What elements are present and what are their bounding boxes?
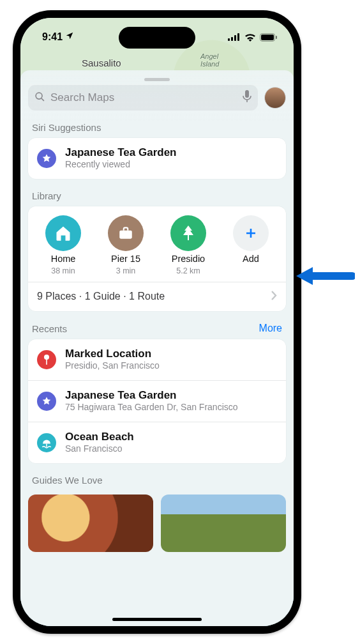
search-placeholder: Search Maps xyxy=(50,91,237,104)
library-summary-text: 9 Places · 1 Guide · 1 Route xyxy=(37,291,165,302)
home-indicator[interactable] xyxy=(112,618,202,621)
library-item-home[interactable]: Home 38 min xyxy=(36,215,91,275)
recent-title: Marked Location xyxy=(65,348,277,360)
recents-card: Marked Location Presidio, San Francisco … xyxy=(28,339,286,463)
svg-rect-15 xyxy=(46,359,47,365)
suggestion-subtitle: Recently viewed xyxy=(65,159,277,171)
briefcase-icon xyxy=(108,215,144,251)
suggestion-title: Japanese Tea Garden xyxy=(65,146,277,159)
library-item-add[interactable]: Add xyxy=(223,215,278,275)
siri-suggestion-item[interactable]: Japanese Tea Garden Recently viewed xyxy=(28,138,286,179)
microphone-icon[interactable] xyxy=(243,90,251,105)
battery-icon xyxy=(260,33,277,42)
library-label: Presidio xyxy=(172,254,205,264)
plus-icon xyxy=(233,215,269,251)
recent-item-ocean-beach[interactable]: Ocean Beach San Francisco xyxy=(28,422,286,463)
recent-subtitle: Presidio, San Francisco xyxy=(65,360,277,372)
svg-point-14 xyxy=(44,355,49,360)
svg-rect-9 xyxy=(245,90,249,98)
svg-rect-11 xyxy=(119,231,132,239)
home-icon xyxy=(45,215,81,251)
siri-suggestions-card: Japanese Tea Garden Recently viewed xyxy=(28,138,286,179)
svg-rect-5 xyxy=(261,34,274,40)
wifi-icon xyxy=(244,33,256,42)
recent-item-marked-location[interactable]: Marked Location Presidio, San Francisco xyxy=(28,339,286,380)
tree-icon xyxy=(170,215,206,251)
dynamic-island xyxy=(119,27,195,49)
search-icon xyxy=(34,91,45,105)
profile-avatar[interactable] xyxy=(264,87,286,109)
star-badge-icon xyxy=(37,149,56,168)
location-arrow-icon xyxy=(65,31,74,43)
guides-row xyxy=(28,491,286,552)
library-summary-row[interactable]: 9 Places · 1 Guide · 1 Route xyxy=(28,282,286,311)
cell-signal-icon xyxy=(228,33,241,41)
recent-item-japanese-tea-garden[interactable]: Japanese Tea Garden 75 Hagiwara Tea Gard… xyxy=(28,380,286,422)
screen: Sausalito Angel Island 9:41 xyxy=(20,18,294,626)
library-item-presidio[interactable]: Presidio 5.2 km xyxy=(161,215,216,275)
svg-rect-6 xyxy=(276,36,277,39)
guide-thumbnail[interactable] xyxy=(28,494,153,552)
svg-rect-3 xyxy=(237,33,239,41)
svg-rect-0 xyxy=(228,38,230,41)
recent-title: Ocean Beach xyxy=(65,431,277,443)
map-label-angel-island: Angel Island xyxy=(200,53,219,68)
siri-suggestions-header: Siri Suggestions xyxy=(32,122,101,133)
library-label: Pier 15 xyxy=(111,254,140,264)
guide-thumbnail[interactable] xyxy=(161,494,286,552)
search-sheet: Search Maps Siri Suggestions Japanes xyxy=(20,70,294,626)
pin-icon xyxy=(37,350,56,369)
phone-frame: Sausalito Angel Island 9:41 xyxy=(13,10,301,634)
search-input[interactable]: Search Maps xyxy=(28,85,258,111)
svg-point-7 xyxy=(36,93,42,99)
recent-subtitle: San Francisco xyxy=(65,443,277,455)
star-badge-icon xyxy=(37,392,56,411)
svg-rect-2 xyxy=(234,35,236,41)
recent-title: Japanese Tea Garden xyxy=(65,389,277,402)
library-sublabel: 38 min xyxy=(51,266,75,275)
library-sublabel: 3 min xyxy=(116,266,136,275)
recent-subtitle: 75 Hagiwara Tea Garden Dr, San Francisco xyxy=(65,402,277,413)
beach-icon xyxy=(37,433,56,452)
guides-header: Guides We Love xyxy=(32,475,103,486)
library-header: Library xyxy=(32,190,61,201)
recents-header: Recents xyxy=(32,323,67,334)
sheet-grabber[interactable] xyxy=(144,78,170,81)
library-label: Home xyxy=(51,254,76,264)
library-card: Home 38 min Pier 15 3 min xyxy=(28,206,286,311)
recents-more-link[interactable]: More xyxy=(259,323,282,334)
svg-line-8 xyxy=(41,98,44,100)
chevron-right-icon xyxy=(271,291,277,303)
library-sublabel: 5.2 km xyxy=(176,266,200,275)
library-item-pier15[interactable]: Pier 15 3 min xyxy=(98,215,153,275)
svg-rect-1 xyxy=(231,37,233,41)
map-label-sausalito: Sausalito xyxy=(82,57,121,68)
status-time: 9:41 xyxy=(42,31,63,43)
annotation-arrow-icon xyxy=(294,264,355,290)
library-label: Add xyxy=(243,254,259,264)
